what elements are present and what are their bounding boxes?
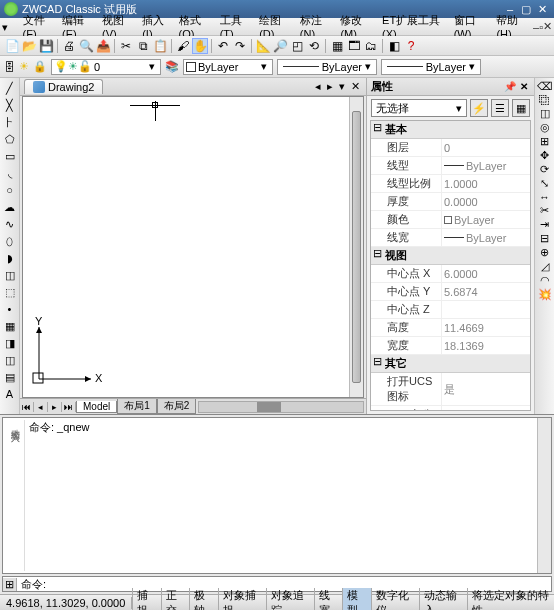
measure-button[interactable]: 📐: [255, 38, 271, 54]
chevron-down-icon[interactable]: ▾: [258, 60, 270, 73]
lineweight-selector[interactable]: ByLayer ▾: [381, 59, 481, 75]
arc-tool[interactable]: ◟: [2, 165, 18, 181]
layer-freeze-icon[interactable]: ☀: [19, 60, 29, 73]
scale-tool[interactable]: ⤡: [540, 177, 549, 190]
mirror-tool[interactable]: ◫: [540, 107, 550, 120]
property-row[interactable]: 打开UCS图标是: [371, 373, 530, 406]
tab-last-button[interactable]: ⏭: [62, 402, 76, 412]
property-value[interactable]: 11.4669: [441, 319, 530, 336]
mode-线宽[interactable]: 线宽: [314, 588, 343, 611]
property-value[interactable]: 18.1369: [441, 337, 530, 354]
rotate-tool[interactable]: ⟳: [540, 163, 549, 176]
property-value[interactable]: ByLayer: [441, 229, 530, 246]
layer-state-icon[interactable]: 🗄: [4, 61, 15, 73]
mode-捕捉[interactable]: 捕捉: [132, 588, 161, 611]
property-row[interactable]: 线型ByLayer: [371, 157, 530, 175]
zoom-prev-button[interactable]: ⟲: [306, 38, 322, 54]
property-value[interactable]: 0: [441, 139, 530, 156]
open-button[interactable]: 📂: [21, 38, 37, 54]
undo-button[interactable]: ↶: [215, 38, 231, 54]
gradient-tool[interactable]: ◨: [2, 335, 18, 351]
menu-dropdown-icon[interactable]: ▾: [2, 21, 13, 33]
region-tool[interactable]: ◫: [2, 352, 18, 368]
group-toggle-icon[interactable]: ⊟: [371, 247, 383, 264]
properties-grid[interactable]: ⊟基本图层0线型ByLayer线型比例1.0000厚度0.0000颜色ByLay…: [370, 120, 531, 411]
help-button[interactable]: ?: [403, 38, 419, 54]
quick-select-button[interactable]: ⚡: [470, 99, 488, 117]
mode-数字化仪[interactable]: 数字化仪: [371, 588, 419, 611]
canvas-v-scrollbar[interactable]: [349, 97, 363, 397]
explode-tool[interactable]: 💥: [538, 288, 552, 301]
fillet-tool[interactable]: ◠: [540, 274, 550, 287]
property-row[interactable]: 中心点 X6.0000: [371, 265, 530, 283]
new-button[interactable]: 📄: [4, 38, 20, 54]
property-row[interactable]: 线宽ByLayer: [371, 229, 530, 247]
zoom-window-button[interactable]: ◰: [289, 38, 305, 54]
tab-dropdown-icon[interactable]: ▾: [337, 80, 347, 93]
copy-tool[interactable]: ⿻: [539, 94, 550, 106]
xline-tool[interactable]: ╳: [2, 97, 18, 113]
ellipse-arc-tool[interactable]: ◗: [2, 250, 18, 266]
tab-prev-button[interactable]: ◂: [34, 402, 48, 412]
mode-模型[interactable]: 模型: [342, 588, 371, 611]
property-value[interactable]: 6.0000: [441, 265, 530, 282]
property-row[interactable]: 宽度18.1369: [371, 337, 530, 355]
mode-对象追踪[interactable]: 对象追踪: [266, 588, 314, 611]
save-button[interactable]: 💾: [38, 38, 54, 54]
rectangle-tool[interactable]: ▭: [2, 148, 18, 164]
tab-first-button[interactable]: ⏮: [20, 402, 34, 412]
toggle-pick-button[interactable]: ▦: [512, 99, 530, 117]
command-v-scrollbar[interactable]: [537, 418, 551, 573]
panel-close-icon[interactable]: ✕: [518, 81, 530, 92]
chevron-down-icon[interactable]: ▾: [146, 60, 158, 73]
paste-button[interactable]: 📋: [152, 38, 168, 54]
chevron-down-icon[interactable]: ▾: [456, 102, 462, 115]
extend-tool[interactable]: ⇥: [540, 218, 549, 231]
canvas-h-scrollbar[interactable]: [198, 401, 364, 413]
circle-tool[interactable]: ○: [2, 182, 18, 198]
redo-button[interactable]: ↷: [232, 38, 248, 54]
ellipse-tool[interactable]: ⬯: [2, 233, 18, 249]
join-tool[interactable]: ⊕: [540, 246, 549, 259]
match-button[interactable]: 🖌: [175, 38, 191, 54]
polygon-tool[interactable]: ⬠: [2, 131, 18, 147]
chevron-down-icon[interactable]: ▾: [362, 60, 374, 73]
layer-tool-button[interactable]: ▦: [329, 38, 345, 54]
publish-button[interactable]: 📤: [95, 38, 111, 54]
chevron-down-icon[interactable]: ▾: [466, 60, 478, 73]
block-button[interactable]: ◧: [386, 38, 402, 54]
props-tool-button[interactable]: 🗔: [346, 38, 362, 54]
property-value[interactable]: ByLayer: [441, 157, 530, 174]
tab-nav-right-icon[interactable]: ▸: [325, 80, 335, 93]
property-value[interactable]: 是: [441, 373, 530, 405]
property-value[interactable]: 5.6874: [441, 283, 530, 300]
close-button[interactable]: ✕: [534, 2, 550, 16]
layer-lock-icon[interactable]: 🔒: [33, 60, 47, 73]
property-row[interactable]: 线型比例1.0000: [371, 175, 530, 193]
chamfer-tool[interactable]: ◿: [541, 260, 549, 273]
layer-manager-icon[interactable]: 📚: [165, 60, 179, 73]
tab-next-button[interactable]: ▸: [48, 402, 62, 412]
preview-button[interactable]: 🔍: [78, 38, 94, 54]
mtext-tool[interactable]: A: [2, 386, 18, 402]
status-coords[interactable]: 4.9618, 11.3029, 0.0000: [0, 597, 132, 609]
design-center-button[interactable]: 🗂: [363, 38, 379, 54]
insert-block-tool[interactable]: ◫: [2, 267, 18, 283]
print-button[interactable]: 🖨: [61, 38, 77, 54]
pin-icon[interactable]: 📌: [502, 81, 518, 92]
command-history[interactable]: 动态输入 命令: _qnew: [2, 417, 552, 574]
polyline-tool[interactable]: ⺊: [2, 114, 18, 130]
property-row[interactable]: 中心点 Z: [371, 301, 530, 319]
stretch-tool[interactable]: ↔: [539, 191, 550, 203]
layer-selector[interactable]: 💡☀🔓 0 ▾: [51, 59, 161, 75]
copy-button[interactable]: ⧉: [135, 38, 151, 54]
pan-hand-button[interactable]: ✋: [192, 38, 208, 54]
selection-input[interactable]: 无选择 ▾: [371, 99, 467, 117]
property-row[interactable]: 颜色ByLayer: [371, 211, 530, 229]
tab-close-icon[interactable]: ✕: [349, 80, 362, 93]
property-row[interactable]: 高度11.4669: [371, 319, 530, 337]
property-value[interactable]: 1.0000: [441, 175, 530, 192]
move-tool[interactable]: ✥: [540, 149, 549, 162]
break-tool[interactable]: ⊟: [540, 232, 549, 245]
property-row[interactable]: 厚度0.0000: [371, 193, 530, 211]
